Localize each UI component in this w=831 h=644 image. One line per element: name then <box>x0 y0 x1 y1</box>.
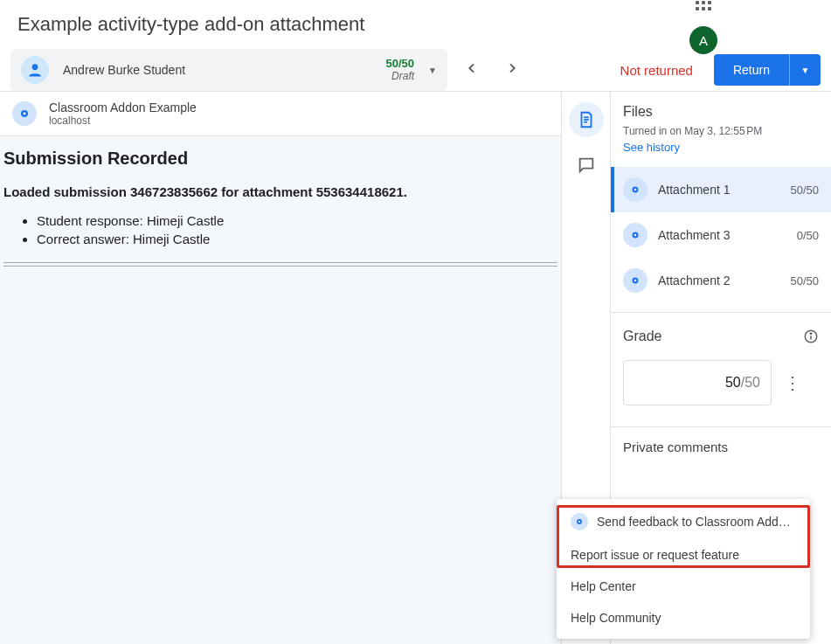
draft-label: Draft <box>391 71 414 82</box>
addon-icon <box>571 513 588 530</box>
files-title: Files <box>623 104 819 120</box>
file-row[interactable]: Attachment 2 50/50 <box>611 258 831 303</box>
file-score: 50/50 <box>790 184 819 197</box>
submission-loaded-text: Loaded submission 346723835662 for attac… <box>3 184 557 199</box>
return-status: Not returned <box>620 63 693 78</box>
menu-item-help-center[interactable]: Help Center <box>557 571 810 602</box>
svg-point-14 <box>810 333 811 334</box>
menu-item-label: Help Center <box>571 579 636 593</box>
student-name: Andrew Burke Student <box>63 63 386 77</box>
menu-item-label: Help Community <box>571 611 661 625</box>
svg-point-9 <box>634 234 637 237</box>
file-name: Attachment 2 <box>658 274 779 287</box>
comments-tab-icon[interactable] <box>569 148 604 183</box>
menu-item-help-community[interactable]: Help Community <box>557 602 810 634</box>
help-menu: Send feedback to Classroom Add… Report i… <box>557 499 810 639</box>
files-tab-icon[interactable] <box>569 102 604 137</box>
submission-heading: Submission Recorded <box>3 149 557 169</box>
student-score: 50/50 <box>386 58 415 70</box>
svg-point-0 <box>32 64 38 70</box>
grade-denominator: /50 <box>741 375 760 391</box>
attachment-icon <box>623 177 647 202</box>
menu-item-report-issue[interactable]: Report issue or request feature <box>557 539 810 571</box>
svg-point-16 <box>578 521 580 523</box>
attachment-icon <box>623 268 647 293</box>
next-student-button[interactable] <box>496 61 528 80</box>
menu-item-label: Report issue or request feature <box>571 548 739 562</box>
file-name: Attachment 1 <box>658 183 779 197</box>
see-history-link[interactable]: See history <box>623 141 680 154</box>
svg-point-11 <box>634 280 637 282</box>
info-icon[interactable] <box>803 329 819 348</box>
page-title: Example activity-type add-on attachment <box>17 13 364 36</box>
grade-input[interactable]: 50/50 <box>623 360 772 405</box>
menu-item-send-feedback[interactable]: Send feedback to Classroom Add… <box>557 504 810 539</box>
student-avatar-icon <box>21 56 49 84</box>
file-score: 50/50 <box>790 274 819 287</box>
turned-in-timestamp: Turned in on May 3, 12:55 PM <box>623 125 819 137</box>
return-button[interactable]: Return <box>714 54 789 86</box>
addon-name: Classroom Addon Example <box>49 100 197 114</box>
file-name: Attachment 3 <box>658 228 786 242</box>
chevron-down-icon: ▼ <box>428 66 437 75</box>
file-score: 0/50 <box>797 229 819 242</box>
addon-host: localhost <box>49 114 197 127</box>
submission-bullet: Student response: Himeji Castle <box>37 213 557 228</box>
private-comments-title: Private comments <box>623 440 819 454</box>
return-dropdown-button[interactable]: ▼ <box>789 54 821 86</box>
menu-item-label: Send feedback to Classroom Add… <box>597 515 791 529</box>
addon-icon <box>12 101 37 126</box>
avatar[interactable]: A <box>689 26 717 54</box>
submission-bullet: Correct answer: Himeji Castle <box>37 232 557 246</box>
apps-icon[interactable] <box>696 0 711 10</box>
grade-more-icon[interactable]: ⋮ <box>784 372 801 393</box>
prev-student-button[interactable] <box>456 61 488 80</box>
attachment-icon <box>623 223 647 247</box>
svg-point-2 <box>24 113 26 115</box>
file-row[interactable]: Attachment 3 0/50 <box>611 212 831 258</box>
file-row[interactable]: Attachment 1 50/50 <box>611 167 831 212</box>
student-selector[interactable]: Andrew Burke Student 50/50 Draft ▼ <box>10 49 447 91</box>
addon-iframe-body: Submission Recorded Loaded submission 34… <box>0 136 561 644</box>
grade-value: 50 <box>725 375 741 391</box>
svg-point-7 <box>634 189 637 191</box>
grade-title: Grade <box>623 329 661 343</box>
